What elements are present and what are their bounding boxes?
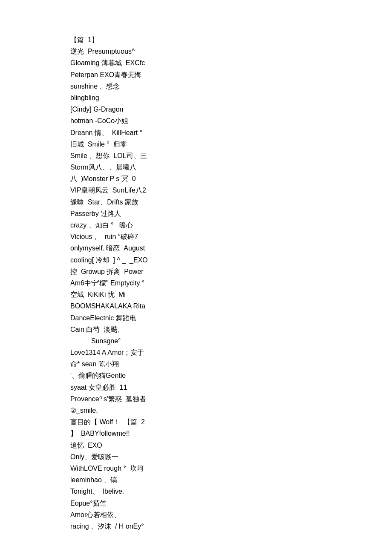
main-content: 【篇 1】 逆光 Presumptuous^ Gloaming 薄暮城 EXCf… — [0, 0, 392, 555]
article-text: 【篇 1】 逆光 Presumptuous^ Gloaming 薄暮城 EXCf… — [70, 34, 322, 532]
